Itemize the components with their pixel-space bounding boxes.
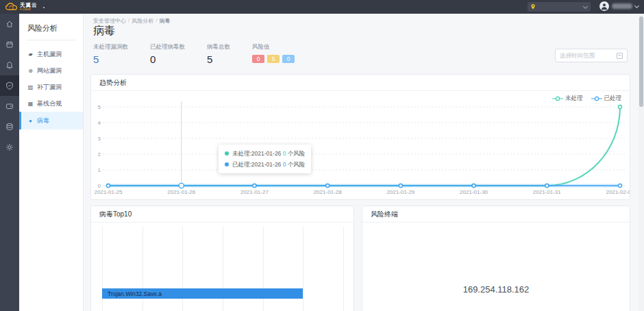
svg-text:2021-01-30: 2021-01-30 [460,189,488,195]
legend-label: 已处理 [604,95,622,103]
tooltip-text: 未处理:2021-01-26 0 个风险 [232,148,305,159]
rail-item-shield[interactable] [0,75,19,96]
stats-row: 未处理漏洞数5已处理病毒数0病毒总数5风险值050 [93,43,295,65]
sidebar-menu: ▰主机漏洞⊕网站漏洞▨补丁漏洞▦基线合规●病毒 [19,46,83,129]
svg-text:2021-02-01: 2021-02-01 [606,189,630,195]
baseline-icon: ▦ [27,101,34,107]
svg-text:2021-01-25: 2021-01-25 [95,189,123,195]
chevron-down-icon [583,3,588,8]
ecloud-logo[interactable]: 天翼云 e Cloud [5,3,45,12]
tooltip-text: 已处理:2021-01-26 0 个风险 [232,159,305,170]
svg-text:2021-01-29: 2021-01-29 [386,189,414,195]
top10-chart-area: Trojan.Win32.Save.a [91,223,354,311]
location-pin-icon [531,4,535,10]
sidebar-item-0[interactable]: ▰主机漏洞 [19,46,83,62]
person-icon [600,2,608,10]
stat-label: 已处理病毒数 [150,43,185,51]
terminal-cloud-area: 169.254.118.162 [362,223,630,311]
patch-icon: ▨ [27,84,34,90]
shield-icon [5,82,14,90]
gear-icon [5,143,14,151]
legend-marker-icon [591,96,602,101]
svg-text:2021-01-31: 2021-01-31 [533,189,561,195]
top10-bar-label: Trojan.Win32.Save.a [102,290,162,297]
stat-1: 已处理病毒数0 [150,43,185,65]
date-range-picker[interactable] [555,49,628,62]
sidebar-item-label: 补丁漏洞 [37,83,62,92]
user-area[interactable] [599,1,639,11]
sidebar-item-2[interactable]: ▨补丁漏洞 [19,79,83,95]
legend-item-未处理[interactable]: 未处理 [552,95,583,103]
risk-badge: 0 [252,55,264,63]
risk-badge: 5 [267,55,280,63]
virus-icon: ● [27,118,34,124]
wallet-icon [5,102,14,110]
breadcrumb-item[interactable]: 风险分析 [132,17,153,25]
rail-item-wallet[interactable] [0,96,19,116]
sidebar-item-4[interactable]: ●病毒 [19,112,83,129]
calendar-icon [617,53,623,59]
gridline [343,227,344,311]
stat-label: 病毒总数 [207,43,230,51]
legend-item-已处理[interactable]: 已处理 [591,95,622,103]
svg-text:2: 2 [98,151,101,158]
tooltip-row: 未处理:2021-01-26 0 个风险 [225,148,305,159]
scrollbar-track[interactable] [639,14,644,311]
page-title: 病毒 [93,24,115,38]
trend-analysis-card: 趋势分析 未处理已处理 0123452021-01-252021-01-2620… [90,74,630,200]
rail-item-gear[interactable] [0,137,19,158]
stat-value: 5 [207,53,230,65]
logo-subtext: e Cloud [20,8,38,12]
sidebar-item-1[interactable]: ⊕网站漏洞 [19,62,83,79]
svg-text:2021-01-28: 2021-01-28 [314,189,342,195]
stat-label: 风险值 [252,43,295,51]
trend-chart-area: 未处理已处理 0123452021-01-252021-01-262021-01… [91,91,630,199]
chart-legend: 未处理已处理 [552,95,621,103]
website-icon: ⊕ [27,68,34,74]
top-header: 天翼云 e Cloud [0,0,644,14]
tooltip-row: 已处理:2021-01-26 0 个风险 [225,159,305,170]
svg-text:3: 3 [98,136,101,142]
svg-text:2021-01-27: 2021-01-27 [240,189,269,195]
username-redacted [612,3,632,9]
svg-text:5: 5 [98,104,101,110]
chart-tooltip: 未处理:2021-01-26 0 个风险已处理:2021-01-26 0 个风险 [219,145,311,173]
rail-item-bell[interactable] [0,55,19,75]
svg-text:0: 0 [98,183,101,189]
sidebar-item-3[interactable]: ▦基线合规 [19,95,83,112]
document-icon [5,40,14,49]
breadcrumb-separator: / [156,17,157,25]
stat-2: 病毒总数5 [207,43,230,65]
virus-top10-card: 病毒Top10 Trojan.Win32.Save.a [90,206,354,311]
series-dot-icon [225,151,229,156]
cloud-icon [5,3,17,11]
breadcrumb-separator: / [128,17,129,25]
card-title: 病毒Top10 [91,206,354,223]
terminal-ip[interactable]: 169.254.118.162 [362,284,630,295]
sidebar-title: 风险分析 [19,14,83,40]
rail-item-document[interactable] [0,34,19,55]
risk-terminal-card: 风险终端 169.254.118.162 [362,206,630,311]
scrollbar-thumb[interactable] [639,16,643,107]
svg-text:1: 1 [98,167,101,173]
sidebar: 风险分析 ▰主机漏洞⊕网站漏洞▨补丁漏洞▦基线合规●病毒 [19,14,84,311]
avatar[interactable] [599,1,609,11]
legend-label: 未处理 [565,95,583,103]
sidebar-item-label: 网站漏洞 [37,66,62,75]
stat-label: 未处理漏洞数 [93,43,128,51]
sidebar-item-label: 主机漏洞 [37,50,62,59]
trend-line-chart[interactable]: 0123452021-01-252021-01-262021-01-272021… [91,91,630,199]
top10-bar[interactable]: Trojan.Win32.Save.a [102,288,303,299]
risk-value-stat: 风险值050 [252,43,295,65]
divider [26,40,76,40]
host-icon: ▰ [27,51,34,58]
rail-item-database[interactable] [0,116,19,137]
home-icon [5,20,14,28]
rail-item-home[interactable] [0,14,19,34]
bell-icon [5,61,14,69]
breadcrumb-item: 病毒 [159,17,170,25]
risk-badge: 0 [282,55,295,63]
stat-value: 5 [93,53,128,65]
region-select[interactable] [528,2,591,12]
date-range-input[interactable] [560,52,613,59]
